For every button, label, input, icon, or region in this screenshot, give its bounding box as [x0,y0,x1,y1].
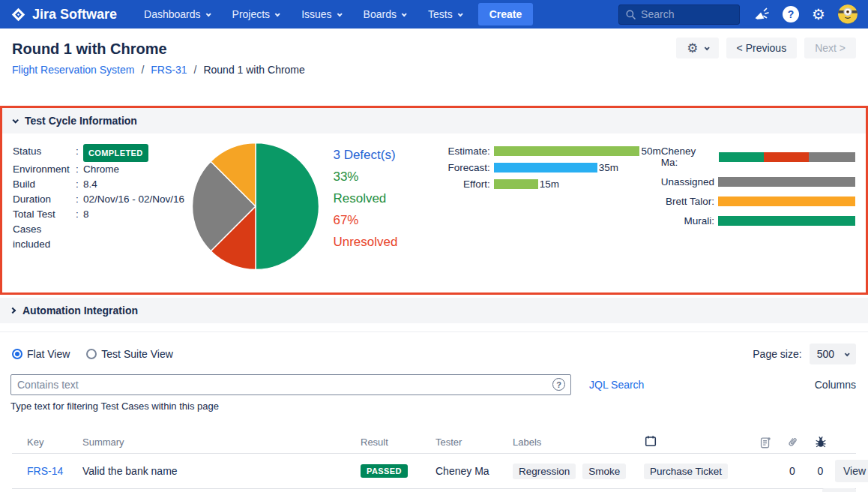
time-bar-row: Forecast:35m [427,162,661,173]
breadcrumb: Flight Reservation System / FRS-31 / Rou… [12,64,856,76]
assignee-bar-row: Brett Talor: [661,196,855,207]
filter-hint: Type text for filtering Test Cases withi… [10,400,856,412]
announcement-icon[interactable] [752,5,770,23]
test-cycle-panel-body: Status : COMPLETED Environment : Chrome … [2,134,866,292]
navbar-icons: ? ⚙ [752,4,858,24]
testcase-tester: Cheney Ma [435,465,513,477]
page-size-label: Page size: [753,348,801,360]
test-case-table: Key Summary Result Tester Labels [12,431,856,489]
table-header: Key Summary Result Tester Labels [12,431,856,454]
field-duration: Duration : 02/Nov/16 - 02/Nov/16 [13,192,189,207]
attachment-count: 0 [779,465,806,477]
next-button[interactable]: Next > [804,38,856,58]
defect-summary: 3 Defect(s) 33% Resolved 67% Unresolved [328,134,427,292]
col-summary: Summary [82,436,361,448]
cycle-settings-button[interactable]: ⚙ [676,38,718,58]
col-defects [806,436,835,449]
global-search-input[interactable] [641,8,723,20]
brand-name: Jira Software [32,7,117,22]
gear-icon: ⚙ [687,42,698,55]
filter-bar: ? JQL Search Columns [10,374,856,395]
status-badge: COMPLETED [83,144,148,162]
breadcrumb-current: Round 1 with Chrome [203,64,304,76]
unresolved-label: Unresolved [333,231,427,253]
panel-title: Test Cycle Information [25,115,137,127]
chevron-down-icon [275,11,280,16]
chevron-right-icon [10,308,16,314]
col-tester: Tester [435,436,513,448]
nav-menu-tests[interactable]: Tests [428,8,462,20]
top-navbar: Jira Software Dashboards Projects Issues… [0,0,868,28]
help-icon[interactable]: ? [783,6,799,22]
chevron-down-icon [402,11,407,16]
nav-menu-dashboards[interactable]: Dashboards [144,8,210,20]
assignee-bars: Cheney Ma:UnassignedBrett Talor:Murali: [661,134,866,292]
suite-chip[interactable]: Purchase Ticket [644,464,728,479]
cycle-fields: Status : COMPLETED Environment : Chrome … [2,134,189,292]
col-result: Result [361,436,435,448]
col-labels: Labels [513,436,644,448]
nav-menu-boards[interactable]: Boards [364,8,406,20]
testcase-key-link[interactable]: FRS-14 [27,465,63,477]
page-header: Round 1 with Chrome Flight Reservation S… [0,28,868,76]
user-avatar[interactable] [838,4,858,24]
avatar-image [838,4,858,24]
test-cycle-panel: Test Cycle Information Status : COMPLETE… [0,106,868,295]
jql-search-link[interactable]: JQL Search [589,379,644,391]
jira-logo-icon [10,7,26,22]
radio-selected-icon [12,349,22,359]
pie-chart [189,134,329,292]
field-build: Build : 8.4 [13,177,189,192]
testcase-summary: Valid the bank name [82,465,361,477]
automation-title: Automation Integration [22,304,138,316]
filter-input[interactable] [10,374,571,395]
page-size-select[interactable]: 500 [810,344,856,364]
radio-unselected-icon [86,349,97,359]
filter-help-icon[interactable]: ? [552,378,565,391]
calendar-icon [644,434,657,448]
pie-slice-passed [256,142,319,269]
next-row-view-button[interactable] [822,488,856,492]
previous-button[interactable]: < Previous [726,38,798,58]
chevron-down-icon [205,11,211,16]
create-button[interactable]: Create [478,3,534,26]
breadcrumb-issue-link[interactable]: FRS-31 [151,64,187,76]
col-date [644,434,751,450]
label-chip[interactable]: Smoke [582,464,626,479]
field-total-test-cases: Total Test Cases included : 8 [13,207,189,252]
header-actions: ⚙ < Previous Next > [676,38,856,58]
nav-menu-projects[interactable]: Projects [232,8,280,20]
time-bars: Estimate:50mForecast:35mEffort:15m [427,134,661,292]
chevron-down-icon [12,117,18,123]
resolved-pct: 33% [333,166,427,188]
chevron-down-icon [457,11,462,16]
table-row: FRS-14 Valid the bank name PASSED Cheney… [12,454,856,489]
bug-icon [814,436,828,449]
col-document [751,436,779,449]
pie-chart-svg [189,140,322,273]
gear-icon[interactable]: ⚙ [812,7,825,22]
chevron-down-icon [845,351,850,356]
test-suite-view-radio[interactable]: Test Suite View [86,348,172,360]
section-divider [0,332,868,332]
resolved-label: Resolved [333,188,427,209]
col-key: Key [27,436,82,448]
assignee-bar-row: Cheney Ma: [661,146,855,168]
global-search-box[interactable] [618,4,740,25]
field-environment: Environment : Chrome [13,162,189,177]
test-cycle-panel-header[interactable]: Test Cycle Information [2,108,866,134]
label-chip[interactable]: Regression [513,464,576,479]
attachment-icon [786,436,799,448]
jira-home-link[interactable]: Jira Software [10,7,117,22]
columns-button[interactable]: Columns [815,379,856,391]
nav-menu-issues[interactable]: Issues [301,8,340,20]
time-bar-row: Effort:15m [427,178,661,190]
view-button[interactable]: View [835,460,868,482]
unresolved-pct: 67% [333,209,427,231]
automation-panel-header[interactable]: Automation Integration [0,298,868,323]
flat-view-radio[interactable]: Flat View [12,348,70,360]
breadcrumb-project-link[interactable]: Flight Reservation System [12,64,134,76]
chevron-down-icon [704,45,709,50]
assignee-bar-row: Murali: [661,215,855,226]
defect-count[interactable]: 3 Defect(s) [333,144,427,166]
